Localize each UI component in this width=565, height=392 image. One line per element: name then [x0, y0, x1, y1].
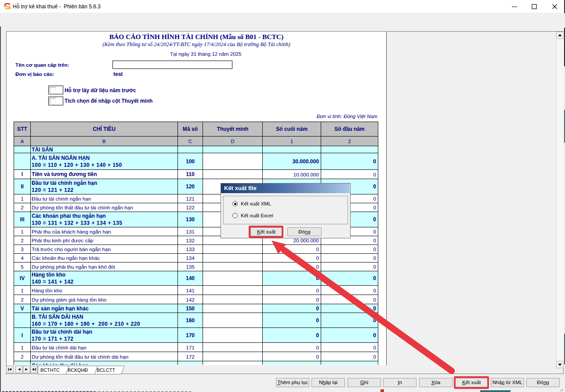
svg-text:htkk: htkk — [4, 5, 11, 8]
